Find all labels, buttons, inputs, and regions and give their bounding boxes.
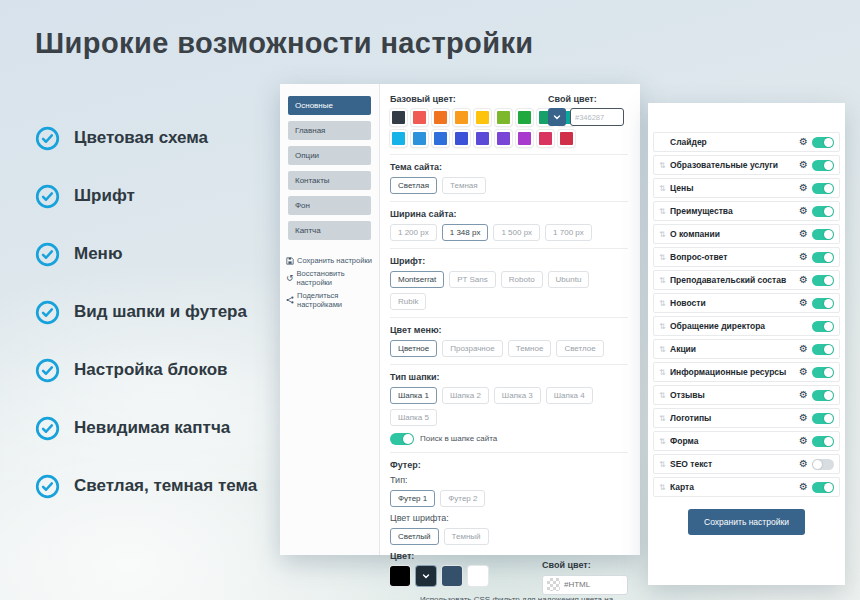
gear-icon[interactable]: ⚙ (799, 137, 808, 147)
nav-item-kontakty[interactable]: Контакты (288, 171, 371, 190)
block-toggle[interactable] (812, 298, 834, 309)
drag-handle-icon[interactable]: ⇅ (659, 437, 666, 446)
drag-handle-icon[interactable]: ⇅ (659, 299, 666, 308)
font-option-rubik[interactable]: Rubik (390, 293, 426, 310)
restore-settings-link[interactable]: ↺ Восстановить настройки (286, 269, 373, 287)
block-toggle[interactable] (812, 413, 834, 424)
color-swatch[interactable] (516, 109, 533, 126)
width-option-1500[interactable]: 1 500 px (493, 224, 540, 241)
font-option-montserrat[interactable]: Montserrat (390, 271, 444, 288)
width-option-1348[interactable]: 1 348 px (442, 224, 489, 241)
gear-icon[interactable]: ⚙ (799, 436, 808, 446)
gear-icon[interactable]: ⚙ (799, 275, 808, 285)
color-swatch[interactable] (558, 130, 575, 147)
gear-icon[interactable]: ⚙ (799, 413, 808, 423)
block-toggle[interactable] (812, 229, 834, 240)
gear-icon[interactable]: ⚙ (799, 160, 808, 170)
footer-color-swatch-selected[interactable] (416, 566, 436, 586)
gear-icon[interactable]: ⚙ (799, 390, 808, 400)
footer-type-2[interactable]: Футер 2 (440, 490, 485, 507)
header-type-2[interactable]: Шапка 2 (442, 387, 489, 404)
color-swatch[interactable] (537, 130, 554, 147)
color-swatch[interactable] (453, 130, 470, 147)
color-swatch[interactable] (495, 130, 512, 147)
gear-icon[interactable]: ⚙ (799, 229, 808, 239)
drag-handle-icon[interactable]: ⇅ (659, 276, 666, 285)
block-toggle[interactable] (812, 275, 834, 286)
gear-icon[interactable]: ⚙ (799, 482, 808, 492)
width-option-1700[interactable]: 1 700 px (545, 224, 592, 241)
color-swatch[interactable] (474, 109, 491, 126)
menu-color-transparent[interactable]: Прозрачное (442, 340, 502, 357)
block-toggle[interactable] (812, 482, 834, 493)
font-option-ubuntu[interactable]: Ubuntu (548, 271, 590, 288)
nav-item-osnovnye[interactable]: Основные (288, 96, 371, 115)
color-swatch[interactable] (390, 130, 407, 147)
gear-icon[interactable]: ⚙ (799, 183, 808, 193)
footer-color-swatch[interactable] (390, 566, 410, 586)
nav-item-opcii[interactable]: Опции (288, 146, 371, 165)
footer-color-swatch[interactable] (442, 566, 462, 586)
drag-handle-icon[interactable]: ⇅ (659, 184, 666, 193)
color-swatch[interactable] (453, 109, 470, 126)
block-toggle[interactable] (812, 137, 834, 148)
block-toggle[interactable] (812, 206, 834, 217)
footer-own-color-input[interactable] (564, 580, 614, 589)
drag-handle-icon[interactable]: ⇅ (659, 322, 666, 331)
footer-color-swatch[interactable] (468, 566, 488, 586)
width-option-1200[interactable]: 1 200 px (390, 224, 437, 241)
footer-type-1[interactable]: Футер 1 (390, 490, 435, 507)
header-search-toggle[interactable] (390, 433, 414, 445)
block-toggle[interactable] (812, 367, 834, 378)
color-swatch[interactable] (411, 109, 428, 126)
nav-item-glavnaya[interactable]: Главная (288, 121, 371, 140)
menu-color-light[interactable]: Светлое (556, 340, 603, 357)
color-swatch[interactable] (495, 109, 512, 126)
color-swatch[interactable] (432, 130, 449, 147)
share-settings-link[interactable]: Поделиться настройками (286, 291, 373, 309)
color-swatch[interactable] (390, 109, 407, 126)
header-type-1[interactable]: Шапка 1 (390, 387, 437, 404)
footer-font-dark[interactable]: Темный (444, 528, 489, 545)
gear-icon[interactable]: ⚙ (799, 252, 808, 262)
save-blocks-button[interactable]: Сохранить настройки (688, 509, 805, 535)
gear-icon[interactable]: ⚙ (799, 206, 808, 216)
block-toggle[interactable] (812, 344, 834, 355)
drag-handle-icon[interactable]: ⇅ (659, 460, 666, 469)
block-toggle[interactable] (812, 459, 834, 470)
gear-icon[interactable]: ⚙ (799, 344, 808, 354)
block-toggle[interactable] (812, 321, 834, 332)
block-toggle[interactable] (812, 160, 834, 171)
font-option-pt-sans[interactable]: PT Sans (449, 271, 496, 288)
gear-icon[interactable]: ⚙ (799, 459, 808, 469)
color-swatch[interactable] (411, 130, 428, 147)
color-swatch[interactable] (516, 130, 533, 147)
gear-icon[interactable]: ⚙ (799, 298, 808, 308)
menu-color-dark[interactable]: Темное (508, 340, 552, 357)
nav-item-fon[interactable]: Фон (288, 196, 371, 215)
block-toggle[interactable] (812, 436, 834, 447)
drag-handle-icon[interactable]: ⇅ (659, 414, 666, 423)
color-swatch[interactable] (474, 130, 491, 147)
own-color-input[interactable] (570, 108, 624, 126)
footer-font-light[interactable]: Светлый (390, 528, 439, 545)
drag-handle-icon[interactable]: ⇅ (659, 161, 666, 170)
header-type-5[interactable]: Шапка 5 (390, 409, 437, 426)
drag-handle-icon[interactable]: ⇅ (659, 253, 666, 262)
drag-handle-icon[interactable]: ⇅ (659, 207, 666, 216)
drag-handle-icon[interactable]: ⇅ (659, 368, 666, 377)
font-option-roboto[interactable]: Roboto (501, 271, 543, 288)
header-type-4[interactable]: Шапка 4 (546, 387, 593, 404)
theme-option-light[interactable]: Светлая (390, 177, 437, 194)
color-swatch[interactable] (432, 109, 449, 126)
drag-handle-icon[interactable]: ⇅ (659, 345, 666, 354)
drag-handle-icon[interactable]: ⇅ (659, 391, 666, 400)
drag-handle-icon[interactable]: ⇅ (659, 230, 666, 239)
drag-handle-icon[interactable]: ⇅ (659, 483, 666, 492)
theme-option-dark[interactable]: Темная (442, 177, 486, 194)
header-type-3[interactable]: Шапка 3 (494, 387, 541, 404)
save-settings-link[interactable]: Сохранить настройки (286, 256, 373, 265)
gear-icon[interactable]: ⚙ (799, 367, 808, 377)
block-toggle[interactable] (812, 390, 834, 401)
block-toggle[interactable] (812, 252, 834, 263)
